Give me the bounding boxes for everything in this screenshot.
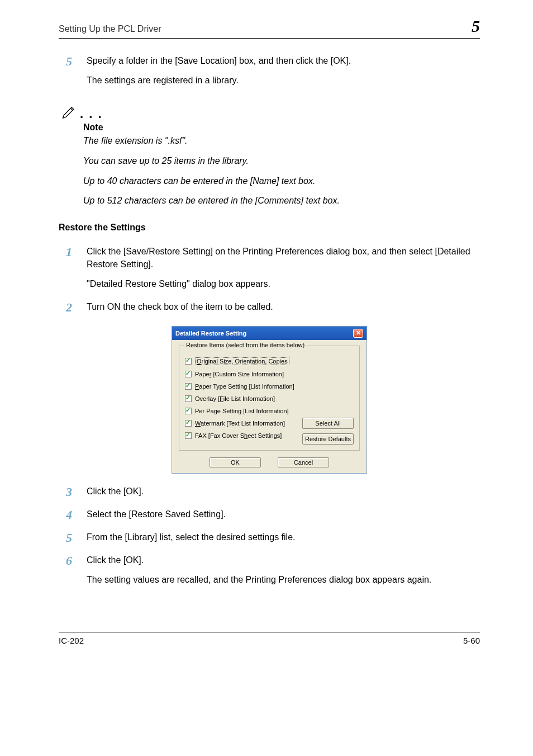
step-body: Select the [Restore Saved Setting]. — [87, 508, 480, 527]
check-row-paper-type[interactable]: Paper Type Setting [List Information] — [185, 383, 354, 390]
dialog-screenshot: Detailed Restore Setting ✕ Restore Items… — [59, 326, 480, 474]
restore-items-group: Restore Items (select from the items bel… — [179, 346, 360, 451]
step-number: 6 — [59, 554, 87, 568]
checkbox[interactable] — [185, 408, 192, 414]
step-text: Click the [OK]. — [87, 485, 480, 498]
step-item: 6 Click the [OK]. The setting values are… — [59, 554, 480, 593]
step-body: From the [Library] list, select the desi… — [87, 531, 480, 550]
ok-button[interactable]: OK — [210, 457, 261, 467]
page-footer: IC-202 5-60 — [59, 632, 480, 645]
footer-left: IC-202 — [59, 636, 84, 645]
close-button[interactable]: ✕ — [353, 329, 363, 338]
step-body: Specify a folder in the [Save Location] … — [87, 54, 480, 93]
checkbox-label: Per Page Setting [List Information] — [195, 408, 289, 414]
check-row-overlay[interactable]: Overlay [File List Information] — [185, 395, 354, 402]
note-text: The file extension is ".ksf". — [83, 135, 480, 147]
chapter-number: 5 — [472, 17, 480, 36]
step-number: 3 — [59, 485, 87, 499]
note-block: . . . Note The file extension is ".ksf".… — [59, 103, 480, 206]
checkbox-label: Overlay [File List Information] — [195, 395, 275, 402]
side-buttons: Select All Restore Defaults — [302, 418, 354, 445]
step-text: Turn ON the check box of the item to be … — [87, 300, 480, 313]
step-body: Click the [Save/Restore Setting] on the … — [87, 245, 480, 297]
checkbox[interactable] — [185, 358, 192, 365]
select-all-button[interactable]: Select All — [302, 418, 354, 429]
checkbox[interactable] — [185, 371, 192, 377]
checkbox-label: Watermark [Text List Information] — [195, 420, 285, 427]
dialog-bottom-buttons: OK Cancel — [179, 457, 360, 467]
note-text: Up to 40 characters can be entered in th… — [83, 175, 480, 187]
close-icon: ✕ — [356, 329, 361, 337]
step-item: 5 From the [Library] list, select the de… — [59, 531, 480, 550]
note-label: Note — [83, 122, 480, 133]
step-item: 5 Specify a folder in the [Save Location… — [59, 54, 480, 93]
step-text: From the [Library] list, select the desi… — [87, 531, 480, 544]
step-text: The settings are registered in a library… — [87, 74, 480, 87]
step-item: 4 Select the [Restore Saved Setting]. — [59, 508, 480, 527]
group-legend: Restore Items (select from the items bel… — [184, 342, 307, 348]
step-number: 4 — [59, 508, 87, 522]
checkbox-label: FAX [Fax Cover Sheet Settings] — [195, 432, 282, 439]
step-text: "Detailed Restore Setting" dialog box ap… — [87, 277, 480, 290]
checkbox-label: Paper Type Setting [List Information] — [195, 383, 294, 390]
step-body: Click the [OK]. The setting values are r… — [87, 554, 480, 593]
ellipsis-icon: . . . — [80, 108, 103, 120]
checkbox[interactable] — [185, 420, 192, 427]
note-text: You can save up to 25 items in the libra… — [83, 155, 480, 167]
note-icon-row: . . . — [61, 103, 480, 121]
step-text: Specify a folder in the [Save Location] … — [87, 54, 480, 67]
step-text: Click the [OK]. — [87, 554, 480, 566]
footer-right: 5-60 — [463, 636, 480, 645]
check-row-per-page[interactable]: Per Page Setting [List Information] — [185, 408, 354, 414]
dialog-body: Restore Items (select from the items bel… — [172, 340, 367, 473]
step-text: The setting values are recalled, and the… — [87, 573, 480, 586]
checkbox[interactable] — [185, 395, 192, 402]
step-number: 5 — [59, 531, 87, 545]
step-text: Click the [Save/Restore Setting] on the … — [87, 245, 480, 271]
step-number: 5 — [59, 54, 87, 69]
checkbox[interactable] — [185, 383, 192, 390]
restore-defaults-button[interactable]: Restore Defaults — [302, 433, 354, 445]
checkbox-label: Paper [Custom Size Information] — [195, 371, 284, 377]
step-body: Click the [OK]. — [87, 485, 480, 504]
dialog-title: Detailed Restore Setting — [175, 330, 246, 337]
detailed-restore-setting-dialog: Detailed Restore Setting ✕ Restore Items… — [172, 326, 367, 474]
step-body: Turn ON the check box of the item to be … — [87, 300, 480, 320]
header-title: Setting Up the PCL Driver — [59, 24, 161, 34]
section-heading: Restore the Settings — [59, 223, 480, 233]
note-text: Up to 512 characters can be entered in t… — [83, 195, 480, 207]
step-item: 3 Click the [OK]. — [59, 485, 480, 504]
step-item: 2 Turn ON the check box of the item to b… — [59, 300, 480, 320]
check-row-paper[interactable]: Paper [Custom Size Information] — [185, 371, 354, 377]
pencil-icon — [61, 103, 77, 121]
step-item: 1 Click the [Save/Restore Setting] on th… — [59, 245, 480, 297]
step-text: Select the [Restore Saved Setting]. — [87, 508, 480, 521]
check-row-original[interactable]: Original Size, Orientation, Copies — [185, 357, 354, 365]
checkbox[interactable] — [185, 432, 192, 439]
page-header: Setting Up the PCL Driver 5 — [59, 17, 480, 39]
step-number: 1 — [59, 245, 87, 259]
dialog-titlebar: Detailed Restore Setting ✕ — [172, 327, 367, 340]
checkbox-label: Original Size, Orientation, Copies — [195, 357, 289, 365]
step-number: 2 — [59, 300, 87, 315]
cancel-button[interactable]: Cancel — [278, 457, 329, 467]
